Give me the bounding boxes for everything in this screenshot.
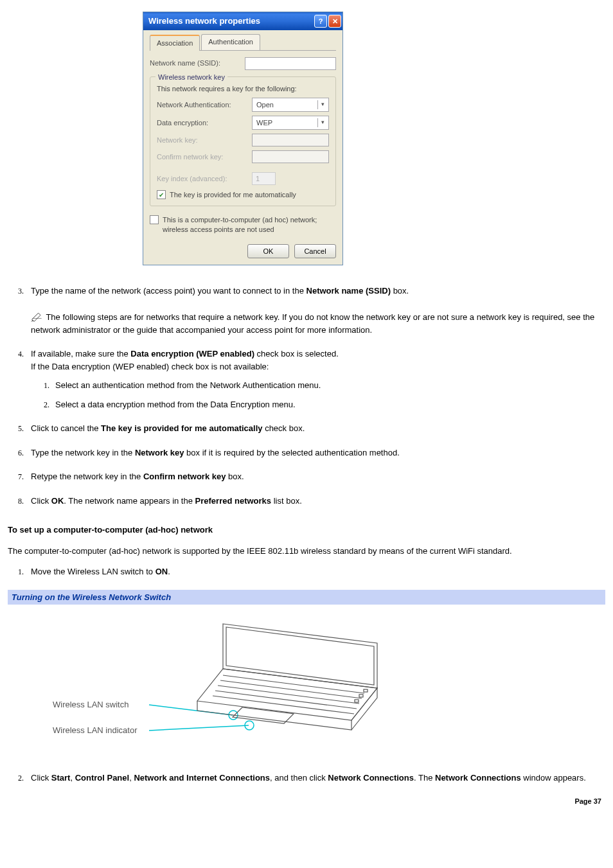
- auth-select[interactable]: Open ▾: [252, 98, 329, 112]
- chevron-down-icon: ▾: [317, 118, 327, 127]
- svg-line-5: [220, 680, 362, 698]
- confirm-label: Confirm network key:: [157, 152, 247, 163]
- svg-line-6: [218, 686, 359, 704]
- adhoc-heading: To set up a computer-to-computer (ad-hoc…: [8, 525, 213, 535]
- wireless-properties-dialog: Wireless network properties ? ✕ Associat…: [143, 12, 343, 265]
- step-4-2: Select a data encryption method from the…: [51, 398, 605, 411]
- ssid-input[interactable]: [245, 57, 336, 70]
- netkey-input[interactable]: [252, 134, 329, 146]
- chevron-down-icon: ▾: [317, 100, 327, 109]
- auto-key-label: The key is provided for me automatically: [170, 190, 296, 199]
- cancel-button[interactable]: Cancel: [294, 244, 336, 258]
- group-legend: Wireless network key: [155, 72, 227, 83]
- banner-heading: Turning on the Wireless Network Switch: [8, 590, 605, 605]
- svg-rect-11: [364, 689, 368, 692]
- label-switch-text: Wireless LAN switch: [53, 700, 129, 709]
- note-text: The following steps are for networks tha…: [31, 312, 594, 335]
- label-indicator-text: Wireless LAN indicator: [53, 725, 138, 735]
- step-8: Click OK. The network name appears in th…: [26, 495, 605, 508]
- enc-value: WEP: [256, 118, 272, 128]
- wireless-key-group: Wireless network key This network requir…: [150, 76, 336, 207]
- dialog-tabs: Association Authentication: [150, 34, 336, 51]
- adhoc-intro: The computer-to-computer (ad-hoc) networ…: [8, 545, 605, 558]
- ok-button[interactable]: OK: [247, 244, 289, 258]
- adhoc-label: This is a computer-to-computer (ad hoc) …: [163, 215, 323, 234]
- confirm-input[interactable]: [252, 150, 329, 163]
- enc-select[interactable]: WEP ▾: [252, 116, 329, 130]
- ssid-label: Network name (SSID):: [150, 58, 240, 69]
- netkey-label: Network key:: [157, 135, 247, 146]
- adhoc-checkbox[interactable]: [150, 215, 159, 224]
- keyindex-label: Key index (advanced):: [157, 173, 247, 184]
- step-5: Click to cancel the The key is provided …: [26, 422, 605, 435]
- page-footer: Page 37: [8, 796, 605, 807]
- step-4-sublist: Select an authentication method from the…: [31, 379, 605, 411]
- enc-label: Data encryption:: [157, 118, 247, 128]
- step-6: Type the network key in the Network key …: [26, 447, 605, 459]
- adhoc-step-1: Move the Wireless LAN switch to ON.: [26, 565, 605, 578]
- tab-authentication[interactable]: Authentication: [201, 34, 260, 50]
- svg-line-1: [149, 725, 249, 731]
- adhoc-list: Move the Wireless LAN switch to ON.: [8, 565, 605, 578]
- help-icon[interactable]: ?: [314, 15, 327, 28]
- adhoc-step-2: Click Start, Control Panel, Network and …: [26, 772, 605, 784]
- adhoc-list-2: Click Start, Control Panel, Network and …: [8, 772, 605, 784]
- step-4-1: Select an authentication method from the…: [51, 379, 605, 392]
- step-4: If available, make sure the Data encrypt…: [26, 348, 605, 411]
- group-caption: This network requires a key for the foll…: [157, 84, 329, 94]
- keyindex-stepper[interactable]: 1: [252, 172, 276, 185]
- auth-value: Open: [256, 100, 274, 111]
- laptop-figure: Wireless LAN switch Wireless LAN indicat…: [30, 611, 416, 752]
- dialog-title: Wireless network properties: [148, 15, 260, 28]
- step-7: Retype the network key in the Confirm ne…: [26, 470, 605, 483]
- auto-key-checkbox[interactable]: ✔: [157, 190, 166, 199]
- svg-rect-9: [355, 700, 359, 702]
- note-icon: [31, 312, 44, 322]
- instruction-list: Type the name of the network (access poi…: [8, 285, 605, 508]
- auth-label: Network Authentication:: [157, 100, 247, 111]
- svg-rect-10: [359, 695, 363, 697]
- tab-association[interactable]: Association: [150, 35, 200, 51]
- dialog-titlebar: Wireless network properties ? ✕: [143, 12, 342, 30]
- step-3: Type the name of the network (access poi…: [26, 285, 605, 337]
- close-icon[interactable]: ✕: [328, 15, 341, 28]
- note-block: The following steps are for networks tha…: [31, 311, 605, 336]
